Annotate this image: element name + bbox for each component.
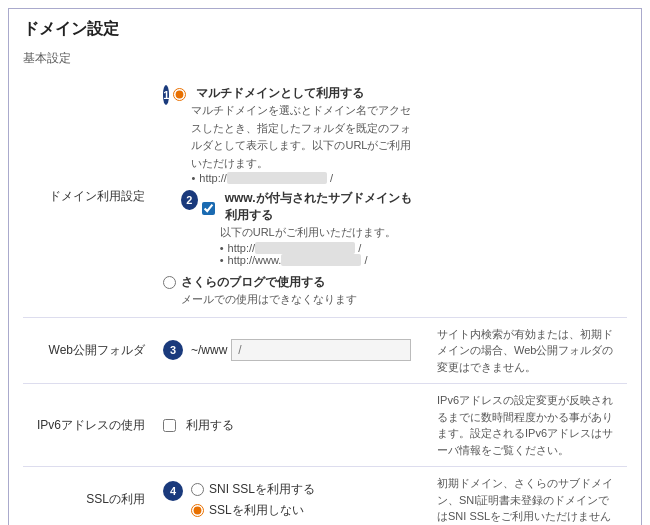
no-ssl-label: SSLを利用しない: [209, 502, 304, 519]
multi-domain-desc: マルチドメインを選ぶとドメイン名でアクセスしたとき、指定したフォルダを既定のフォ…: [191, 102, 417, 172]
ssl-options: SNI SSLを利用する SSLを利用しない: [191, 481, 315, 519]
www-url1: http:// /: [220, 242, 417, 254]
blog-radio[interactable]: [163, 276, 176, 289]
folder-input[interactable]: [231, 339, 411, 361]
url-gray-3: [281, 254, 361, 266]
domain-usage-label: ドメイン利用設定: [23, 77, 153, 317]
ipv6-checkbox-label: 利用する: [186, 417, 234, 434]
page-container: ドメイン設定 基本設定 ドメイン利用設定 1 マルチドメインとして利用する マル…: [8, 8, 642, 525]
ipv6-label: IPv6アドレスの使用: [23, 384, 153, 467]
ipv6-checkbox[interactable]: [163, 419, 176, 432]
section-title: 基本設定: [23, 50, 627, 69]
web-folder-row: Web公開フォルダ 3 ~/www サイト内検索が有効または、初期ドメインの場合…: [23, 317, 627, 384]
www-subdomain-checkbox[interactable]: [202, 202, 215, 215]
web-folder-label: Web公開フォルダ: [23, 317, 153, 384]
ssl-content: 4 SNI SSLを利用する SSLを利用しない: [153, 467, 427, 525]
badge-2: 2: [181, 190, 198, 210]
ipv6-row: IPv6アドレスの使用 利用する IPv6アドレスの設定変更が反映されるまでに数…: [23, 384, 627, 467]
ssl-note: 初期ドメイン、さくらのサブドメイン、SNI証明書未登録のドメインではSNI SS…: [427, 467, 627, 525]
multi-domain-label: マルチドメインとして利用する: [196, 85, 364, 102]
badge-4: 4: [163, 481, 183, 501]
folder-input-wrap: ~/www: [191, 339, 411, 361]
url-gray-1: [227, 172, 327, 184]
badge-3: 3: [163, 340, 183, 360]
www-subdomain-desc: 以下のURLがご利用いただけます。: [220, 224, 417, 242]
domain-usage-note: [427, 77, 627, 317]
web-folder-content: 3 ~/www: [153, 317, 427, 384]
www-subdomain-option: 2 www.が付与されたサブドメインも利用する 以下のURLがご利用いただけます…: [163, 190, 417, 266]
www-url2: http://www. /: [220, 254, 417, 266]
folder-prefix: ~/www: [191, 343, 227, 357]
ssl-row: SSLの利用 4 SNI SSLを利用する SSLを利用しない: [23, 467, 627, 525]
www-subdomain-checkbox-row: 2 www.が付与されたサブドメインも利用する 以下のURLがご利用いただけます…: [181, 190, 417, 266]
blog-desc: メールでの使用はできなくなります: [181, 291, 417, 309]
multi-domain-option: 1 マルチドメインとして利用する マルチドメインを選ぶとドメイン名でアクセスした…: [163, 85, 417, 184]
ipv6-content: 利用する: [153, 384, 427, 467]
sni-ssl-radio[interactable]: [191, 483, 204, 496]
domain-usage-content: 1 マルチドメインとして利用する マルチドメインを選ぶとドメイン名でアクセスした…: [153, 77, 427, 317]
multi-domain-radio[interactable]: [173, 88, 186, 101]
sni-ssl-option: SNI SSLを利用する: [191, 481, 315, 498]
domain-usage-row: ドメイン利用設定 1 マルチドメインとして利用する マルチドメインを選ぶとドメイ…: [23, 77, 627, 317]
page-title: ドメイン設定: [23, 19, 627, 40]
form-table: ドメイン利用設定 1 マルチドメインとして利用する マルチドメインを選ぶとドメイ…: [23, 77, 627, 525]
ssl-label: SSLの利用: [23, 467, 153, 525]
multi-domain-url: http:// /: [191, 172, 417, 184]
ipv6-note: IPv6アドレスの設定変更が反映されるまでに数時間程度かかる事があります。設定さ…: [427, 384, 627, 467]
web-folder-note: サイト内検索が有効または、初期ドメインの場合、Web公開フォルダの変更はできませ…: [427, 317, 627, 384]
blog-label: さくらのブログで使用する: [181, 274, 325, 291]
url-gray-2: [255, 242, 355, 254]
www-subdomain-label: www.が付与されたサブドメインも利用する: [225, 190, 417, 224]
blog-option: さくらのブログで使用する メールでの使用はできなくなります: [163, 274, 417, 309]
no-ssl-option: SSLを利用しない: [191, 502, 315, 519]
ipv6-option: 利用する: [163, 417, 417, 434]
no-ssl-radio[interactable]: [191, 504, 204, 517]
sni-ssl-label: SNI SSLを利用する: [209, 481, 315, 498]
badge-1: 1: [163, 85, 169, 105]
